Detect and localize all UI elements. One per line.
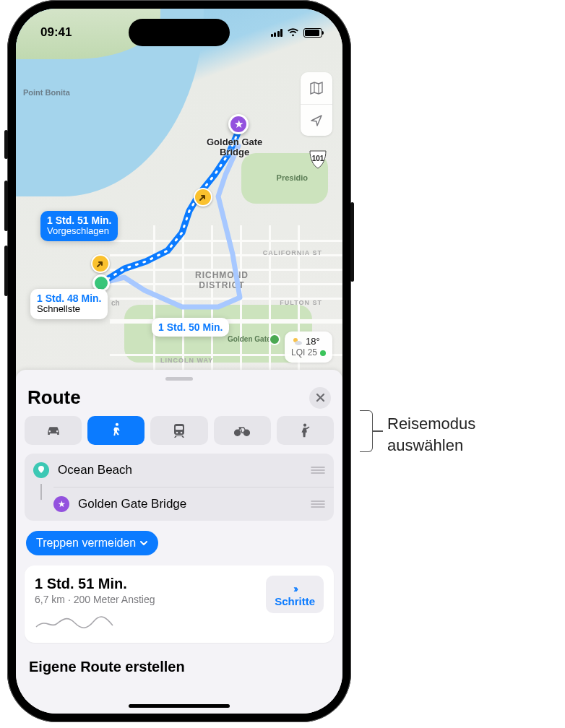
mode-walk[interactable] <box>87 416 145 445</box>
waypoint-start[interactable]: Ocean Beach <box>25 454 334 487</box>
aqi-dot-icon <box>320 350 326 356</box>
svg-point-7 <box>181 432 183 434</box>
route-result-card[interactable]: 1 Std. 51 Min. 6,7 km · 200 Meter Anstie… <box>25 566 334 643</box>
mode-rideshare[interactable] <box>277 416 334 445</box>
svg-point-3 <box>116 423 118 426</box>
steps-button[interactable]: ›› Schritte <box>266 576 324 613</box>
turn-badge <box>91 254 110 273</box>
svg-rect-5 <box>176 426 183 430</box>
sheet-grabber[interactable] <box>165 377 193 381</box>
turn-badge <box>194 188 212 207</box>
route-duration: 1 Std. 51 Min. <box>35 576 259 592</box>
mode-picker <box>25 416 334 445</box>
sun-cloud-icon <box>291 336 303 347</box>
status-time: 09:41 <box>40 25 72 40</box>
directions-sheet[interactable]: Route <box>16 370 342 714</box>
create-route-row[interactable]: Eigene Route erstellen <box>25 643 334 675</box>
phone-frame: 09:41 Poin <box>7 0 351 722</box>
route-label-suggested[interactable]: 1 Std. 51 Min. Vorgeschlagen <box>40 211 118 241</box>
waypoint-end-label: Golden Gate Bridge <box>78 497 186 511</box>
steps-button-label: Schritte <box>275 595 315 607</box>
wifi-icon <box>287 28 299 37</box>
elevation-sparkline <box>35 611 114 631</box>
reorder-handle-icon[interactable] <box>311 500 325 508</box>
callout-bracket <box>360 410 373 452</box>
avoid-stairs-chip[interactable]: Treppen vermeiden <box>26 531 158 555</box>
svg-point-10 <box>303 424 306 427</box>
status-bar: 09:41 <box>16 9 342 48</box>
park-poi-dot <box>269 334 280 345</box>
start-dot-icon <box>33 462 49 478</box>
svg-point-2 <box>295 341 302 345</box>
map-view[interactable]: Point Bonita Presidio RICHMONDDISTRICT C… <box>16 9 342 384</box>
route-label-alt[interactable]: 1 Std. 50 Min. <box>152 318 229 337</box>
map-controls <box>301 72 332 136</box>
waypoint-start-label: Ocean Beach <box>58 463 132 477</box>
close-icon <box>316 393 325 402</box>
route-meta: 6,7 km · 200 Meter Anstieg <box>35 594 259 605</box>
double-chevron-icon: ›› <box>275 582 315 594</box>
chevron-down-icon <box>139 539 148 547</box>
weather-chip[interactable]: 18° LQI 25 <box>285 332 332 363</box>
mode-transit[interactable] <box>150 416 207 445</box>
close-button[interactable] <box>309 387 331 409</box>
waypoint-end[interactable]: ★ Golden Gate Bridge <box>53 487 334 521</box>
mode-car[interactable] <box>25 416 82 445</box>
callout-text: Reisemodusauswählen <box>387 413 475 456</box>
screen: 09:41 Poin <box>16 9 342 714</box>
sheet-title: Route <box>27 386 81 409</box>
home-indicator[interactable] <box>129 704 230 708</box>
callout-line <box>373 430 383 432</box>
avoid-stairs-label: Treppen vermeiden <box>36 537 136 550</box>
cellular-icon <box>271 28 283 37</box>
waypoints-list: Ocean Beach ★ Golden Gate Bridge <box>25 454 334 521</box>
locate-me-button[interactable] <box>301 104 332 136</box>
battery-icon <box>303 28 322 38</box>
end-dot-icon: ★ <box>53 496 69 512</box>
mode-bike[interactable] <box>214 416 271 445</box>
map-mode-button[interactable] <box>301 72 332 104</box>
route-label-fastest[interactable]: 1 Std. 48 Min. Schnellste <box>30 289 108 319</box>
reorder-handle-icon[interactable] <box>311 466 325 474</box>
destination-pin[interactable]: ★ <box>228 114 249 134</box>
destination-label: Golden GateBridge <box>207 137 262 157</box>
svg-point-6 <box>176 432 178 434</box>
